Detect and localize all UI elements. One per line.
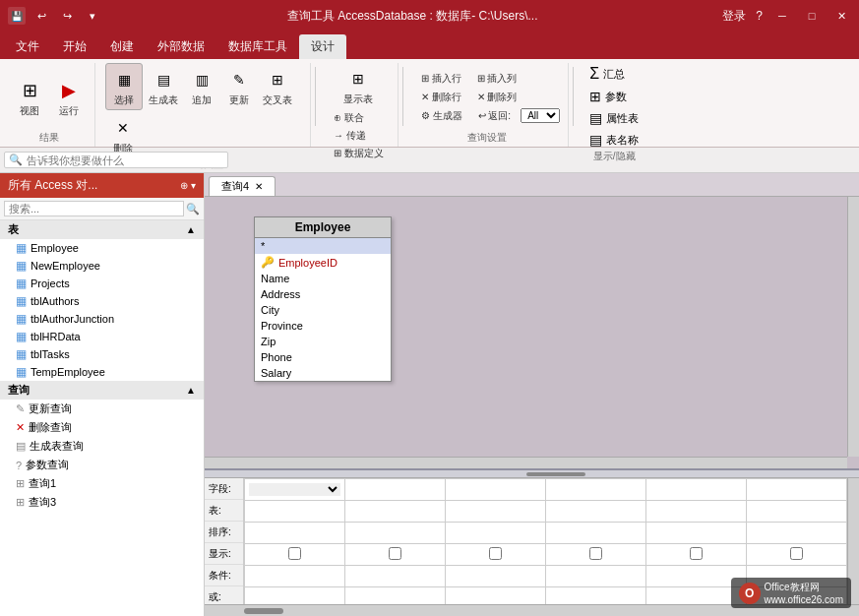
grid-cell-table-5[interactable] <box>646 501 747 523</box>
grid-cell-sort-5[interactable] <box>646 523 747 544</box>
show-checkbox-5[interactable] <box>690 547 703 560</box>
minimize-button[interactable]: ─ <box>772 6 792 26</box>
show-checkbox-1[interactable] <box>288 547 301 560</box>
tab-home[interactable]: 开始 <box>51 34 98 59</box>
field-zip[interactable]: Zip <box>255 334 391 349</box>
query-tab-query4[interactable]: 查询4 ✕ <box>209 176 276 196</box>
tables-expand-icon[interactable]: ▲ <box>186 224 196 235</box>
field-salary[interactable]: Salary <box>255 365 391 381</box>
grid-cell-table-4[interactable] <box>546 501 646 523</box>
sidebar-item-paramquery[interactable]: ? 参数查询 <box>0 456 204 474</box>
queries-expand-icon[interactable]: ▲ <box>186 385 196 396</box>
grid-cell-table-3[interactable] <box>446 501 546 523</box>
grid-cell-criteria-2[interactable] <box>345 566 446 587</box>
grid-cell-table-2[interactable] <box>345 501 446 523</box>
grid-cell-criteria-3[interactable] <box>446 566 546 587</box>
update-button[interactable]: ✎ 更新 <box>221 64 257 109</box>
grid-cell-table-1[interactable] <box>245 501 345 523</box>
grid-cell-sort-2[interactable] <box>345 523 446 544</box>
grid-cell-field-4[interactable] <box>546 479 646 501</box>
sidebar-dropdown-icon[interactable]: ⊕ ▾ <box>180 180 196 191</box>
proptable-button[interactable]: ▤ 属性表 <box>585 108 643 128</box>
insertrow-btn[interactable]: ⊞ 插入行 <box>415 71 467 87</box>
crosstab-button[interactable]: ⊞ 交叉表 <box>259 64 296 109</box>
grid-cell-show-3[interactable] <box>446 544 546 566</box>
grid-cell-sort-4[interactable] <box>546 523 646 544</box>
sidebar-item-tblhrdata[interactable]: ▦ tblHRData <box>0 328 204 345</box>
field-asterisk[interactable]: * <box>255 238 391 254</box>
sidebar-item-tblauthorjunction[interactable]: ▦ tblAuthorJunction <box>0 310 204 328</box>
sidebar-item-tbltasks[interactable]: ▦ tblTasks <box>0 345 204 363</box>
pass-btn[interactable]: → 传递 <box>328 128 390 144</box>
undo-button[interactable]: ↩ <box>31 6 51 26</box>
insertcol-btn[interactable]: ⊞ 插入列 <box>471 71 523 87</box>
sidebar-search-icon[interactable]: 🔍 <box>186 203 200 216</box>
grid-cell-or-3[interactable] <box>446 587 546 605</box>
grid-cell-field-2[interactable] <box>345 479 446 501</box>
grid-cell-field-3[interactable] <box>446 479 546 501</box>
show-checkbox-6[interactable] <box>790 547 803 560</box>
grid-cell-or-4[interactable] <box>546 587 646 605</box>
builder-btn[interactable]: ⚙ 生成器 <box>415 108 468 124</box>
maximize-button[interactable]: □ <box>802 6 822 26</box>
deleterow-btn[interactable]: ✕ 删除行 <box>415 90 467 105</box>
grid-cell-or-2[interactable] <box>345 587 446 605</box>
append-button[interactable]: ▥ 追加 <box>184 64 219 109</box>
datadef-btn[interactable]: ⊞ 数据定义 <box>328 146 390 161</box>
sidebar-item-maketablequery[interactable]: ▤ 生成表查询 <box>0 437 204 456</box>
showtable-button[interactable]: ⊞ 显示表 <box>339 63 377 108</box>
maketable-button[interactable]: ▤ 生成表 <box>145 64 182 109</box>
tab-file[interactable]: 文件 <box>4 34 51 59</box>
grid-cell-criteria-4[interactable] <box>546 566 646 587</box>
grid-cell-or-1[interactable] <box>245 587 345 605</box>
grid-cell-field-6[interactable] <box>747 479 847 501</box>
grid-cell-criteria-1[interactable] <box>245 566 345 587</box>
section-header-queries[interactable]: 查询 ▲ <box>0 381 204 400</box>
redo-button[interactable]: ↪ <box>57 6 77 26</box>
tab-dbtools[interactable]: 数据库工具 <box>216 34 299 59</box>
login-label[interactable]: 登录 <box>722 8 746 25</box>
sidebar-item-newemployee[interactable]: ▦ NewEmployee <box>0 257 204 275</box>
tab-design[interactable]: 设计 <box>299 34 346 59</box>
grid-cell-show-6[interactable] <box>747 544 847 566</box>
save-icon[interactable]: 💾 <box>8 7 26 25</box>
field-address[interactable]: Address <box>255 286 391 302</box>
quick-access-dropdown[interactable]: ▾ <box>83 6 102 26</box>
design-hscroll[interactable] <box>205 457 847 468</box>
show-checkbox-2[interactable] <box>389 547 401 560</box>
tab-create[interactable]: 创建 <box>98 34 146 59</box>
field-employeeid[interactable]: 🔑 EmployeeID <box>255 254 391 271</box>
grid-cell-field-5[interactable] <box>646 479 747 501</box>
show-checkbox-3[interactable] <box>489 547 502 560</box>
show-checkbox-4[interactable] <box>589 547 602 560</box>
sidebar-item-query3[interactable]: ⊞ 查询3 <box>0 493 204 512</box>
deletecol-btn[interactable]: ✕ 删除列 <box>471 90 523 105</box>
field-phone[interactable]: Phone <box>255 349 391 365</box>
field-city[interactable]: City <box>255 302 391 318</box>
tablenames-button[interactable]: ▤ 表名称 <box>585 130 643 150</box>
sidebar-item-updatequery[interactable]: ✎ 更新查询 <box>0 400 204 418</box>
grid-cell-show-1[interactable] <box>245 544 345 566</box>
sidebar-item-query1[interactable]: ⊞ 查询1 <box>0 474 204 493</box>
sidebar-item-tempemployee[interactable]: ▦ TempEmployee <box>0 363 204 381</box>
search-input[interactable] <box>27 154 223 166</box>
grid-cell-field-1[interactable] <box>245 479 345 501</box>
run-button[interactable]: ▶ 运行 <box>51 75 87 120</box>
field-select-1[interactable] <box>249 483 340 496</box>
grid-cell-show-4[interactable] <box>546 544 646 566</box>
field-province[interactable]: Province <box>255 318 391 334</box>
section-header-tables[interactable]: 表 ▲ <box>0 220 204 239</box>
sidebar-item-employee[interactable]: ▦ Employee <box>0 239 204 257</box>
grid-top-scroll[interactable] <box>205 470 859 478</box>
params-button[interactable]: ⊞ 参数 <box>585 87 643 106</box>
design-vscroll[interactable] <box>847 197 859 457</box>
grid-cell-sort-6[interactable] <box>747 523 847 544</box>
help-button[interactable]: ? <box>756 9 763 23</box>
sidebar-item-projects[interactable]: ▦ Projects <box>0 275 204 292</box>
grid-cell-table-6[interactable] <box>747 501 847 523</box>
sidebar-item-deletequery[interactable]: ✕ 删除查询 <box>0 418 204 437</box>
total-button[interactable]: Σ 汇总 <box>585 63 643 85</box>
grid-cell-show-5[interactable] <box>646 544 747 566</box>
grid-cell-sort-1[interactable] <box>245 523 345 544</box>
view-button[interactable]: ⊞ 视图 <box>12 75 47 120</box>
